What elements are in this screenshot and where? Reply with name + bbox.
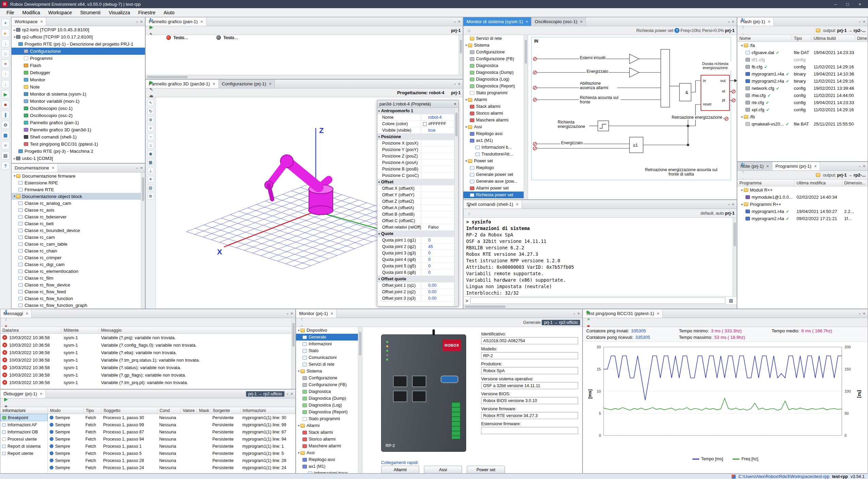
column-header[interactable]: Nome bbox=[737, 35, 792, 42]
output-target[interactable]: prj-1 → rp2-... bbox=[837, 28, 866, 33]
file-row[interactable]: network.cfg config 19/02/2021 13:39:46 bbox=[737, 85, 868, 92]
view3d-icon[interactable]: ⊥ bbox=[147, 167, 154, 174]
toolbar-icon[interactable]: ← bbox=[465, 17, 473, 20]
debug-view-item[interactable]: Report utente bbox=[0, 450, 48, 457]
close-icon[interactable] bbox=[863, 311, 865, 316]
field-value[interactable]: RP-2 bbox=[481, 352, 578, 359]
file-row[interactable]: myprogram1.r4a binary 19/04/2021 14:10:3… bbox=[737, 70, 868, 78]
toolbar-icon[interactable]: ↻ bbox=[739, 162, 747, 168]
tree-item[interactable]: Shell comandi (shell-1) bbox=[12, 133, 145, 141]
tab-pptest[interactable]: Test ping/pong BCC/31 (pptest-1) bbox=[583, 309, 663, 318]
toolstrip-icon[interactable]: ↓ bbox=[1, 39, 10, 47]
shell-command-input[interactable] bbox=[470, 297, 725, 304]
property-row[interactable]: Nome robot-4 bbox=[377, 114, 454, 121]
close-icon[interactable] bbox=[516, 202, 519, 207]
view3d-icon[interactable]: ▦ bbox=[147, 159, 154, 166]
tree-item[interactable]: Richiesta power set bbox=[463, 192, 528, 198]
scrollbar[interactable] bbox=[524, 35, 528, 199]
breakpoint-row[interactable]: Sempre Fetch Processo 1, passo 1 Nessuna… bbox=[48, 443, 295, 450]
toolstrip-icon[interactable]: ■ bbox=[1, 100, 10, 109]
file-row[interactable]: /fb bbox=[737, 113, 868, 120]
toolbar-icon[interactable]: ↑ bbox=[739, 168, 747, 175]
close-icon[interactable] bbox=[732, 202, 734, 207]
tree-item[interactable]: Allarmi bbox=[296, 422, 362, 429]
tree-item[interactable]: Configurazione bbox=[296, 375, 362, 381]
tree-item[interactable]: Diagnostica (Dump) bbox=[463, 69, 528, 76]
tree-item[interactable]: Monitor bbox=[12, 76, 145, 83]
message-row[interactable]: 10/03/2022 10:36:58 sysm-1 Variabile (?.… bbox=[0, 341, 291, 349]
float-icon[interactable] bbox=[136, 166, 138, 170]
tree-item[interactable]: Configurazione (FB) bbox=[463, 55, 528, 62]
view3d-icon[interactable]: ⚙ bbox=[147, 193, 154, 200]
tree-item[interactable]: Stack allarmi bbox=[296, 429, 362, 436]
tree-item[interactable]: Generale asse (pow... bbox=[463, 178, 528, 185]
property-row[interactable]: Quota joint 6 (qj6) 0 bbox=[377, 269, 454, 276]
file-row[interactable]: xpl.cfg config 11/02/2021 14:29:16 bbox=[737, 106, 868, 113]
property-row[interactable]: Offset B (offsetB) bbox=[377, 211, 454, 218]
keyboard-icon[interactable]: ▤ bbox=[727, 297, 735, 304]
property-row[interactable]: Posizione bbox=[377, 134, 454, 140]
tree-item[interactable]: Allarmi bbox=[463, 96, 528, 103]
tree-item[interactable]: Firmware RTE bbox=[12, 186, 141, 193]
column-header[interactable]: Tipo bbox=[792, 35, 812, 42]
property-row[interactable]: Posizione B (posB) bbox=[377, 166, 454, 172]
toolbar-icon[interactable]: ↻ bbox=[739, 17, 747, 23]
file-row[interactable]: qmakeall-vs20... file BAT 25/11/2021 15:… bbox=[737, 120, 868, 128]
property-row[interactable]: Quota joint 4 (qj4) 0 bbox=[377, 257, 454, 263]
column-header[interactable]: Mittente bbox=[62, 327, 99, 333]
close-icon[interactable] bbox=[213, 81, 215, 86]
close-icon[interactable] bbox=[454, 102, 456, 106]
tree-item[interactable]: Stato programmi bbox=[463, 89, 528, 96]
property-row[interactable]: Offset C (offsetC) bbox=[377, 218, 454, 224]
toolstrip-icon[interactable]: ↓ bbox=[1, 80, 10, 88]
close-icon[interactable] bbox=[40, 391, 43, 396]
view3d-icon[interactable]: ⊕ bbox=[147, 116, 154, 123]
close-icon[interactable] bbox=[863, 164, 865, 169]
menu-item[interactable]: Workspace bbox=[45, 9, 76, 16]
close-icon[interactable] bbox=[458, 19, 460, 24]
property-row[interactable]: Antropomorfo 1 bbox=[377, 108, 454, 114]
tab-osc1[interactable]: Oscilloscopio (osc-1) bbox=[531, 17, 586, 26]
tree-item[interactable]: Informazioni b... bbox=[463, 144, 528, 151]
tree-item[interactable]: Classe rc_belt bbox=[12, 220, 141, 227]
property-row[interactable]: Posizione A (posA) bbox=[377, 160, 454, 166]
tree-item[interactable]: Diagnostica bbox=[296, 388, 362, 395]
tree-item[interactable]: Diagnostica (Log) bbox=[296, 402, 362, 409]
tree-item[interactable]: Dispositivo bbox=[296, 327, 362, 334]
toolstrip-icon[interactable]: ▶ bbox=[1, 90, 10, 98]
message-row[interactable]: 10/03/2022 10:36:58 sysm-1 Variabile (?.… bbox=[0, 379, 291, 386]
column-header[interactable]: Modo bbox=[48, 407, 84, 414]
toolstrip-icon[interactable]: ≈ bbox=[1, 141, 10, 149]
tree-item[interactable]: Progetto RTE (prj-1) - Descrizione del p… bbox=[12, 40, 145, 48]
toolbar-icon[interactable]: → bbox=[298, 309, 305, 315]
float-icon[interactable] bbox=[728, 19, 730, 24]
toolbar-icon[interactable]: ▶ bbox=[148, 23, 155, 31]
tree-item[interactable]: Riepilogo bbox=[463, 164, 528, 171]
close-icon[interactable] bbox=[768, 19, 771, 24]
tree-item[interactable]: Classe rc_bounded_device bbox=[12, 227, 141, 234]
tab-programmi[interactable]: Programmi (prj-1) bbox=[772, 162, 820, 170]
tree-item[interactable]: Diagnostica (Log) bbox=[463, 76, 528, 83]
float-icon[interactable] bbox=[287, 392, 288, 396]
property-row[interactable]: Posizione Z (posZ) bbox=[377, 153, 454, 160]
toolbar-icon[interactable]: ↓ bbox=[465, 210, 473, 217]
field-value[interactable]: AS1018.002-A062754 bbox=[481, 337, 578, 344]
toolstrip-icon[interactable]: ▦ bbox=[1, 131, 10, 139]
tree-item[interactable]: Maschere allarmi bbox=[463, 117, 528, 123]
scrollbar[interactable] bbox=[291, 318, 295, 389]
debug-view-item[interactable]: Report di sistema bbox=[0, 443, 48, 450]
scrollbar[interactable] bbox=[454, 108, 458, 306]
float-icon[interactable] bbox=[728, 202, 730, 207]
property-row[interactable]: Posizione X (posX) bbox=[377, 140, 454, 147]
tree-item[interactable]: rp2-loris [TCP/IP 10.0.45.3:8100] bbox=[12, 26, 145, 33]
property-row[interactable]: Offset joint 2 (oj2) 0.00 bbox=[377, 289, 454, 295]
toolbar-icon[interactable]: → bbox=[465, 20, 473, 27]
tree-item[interactable]: Configurazione bbox=[463, 49, 528, 55]
tree-item[interactable]: Assi bbox=[296, 449, 362, 456]
menu-item[interactable]: Finestre bbox=[134, 9, 159, 16]
tree-item[interactable]: ax1 (M1) bbox=[463, 137, 528, 144]
tree-item[interactable]: Classe rc_film bbox=[12, 275, 141, 281]
property-row[interactable]: Quote bbox=[377, 231, 454, 237]
close-icon[interactable] bbox=[269, 81, 272, 86]
column-header[interactable]: Tipo bbox=[84, 407, 101, 414]
